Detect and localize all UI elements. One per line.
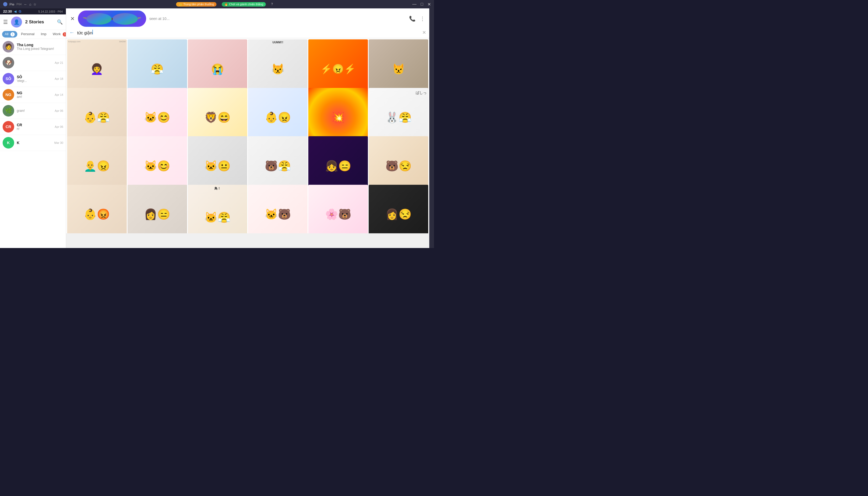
close-btn[interactable]: ✕ xyxy=(427,2,431,7)
chat-name: CR xyxy=(17,123,52,127)
chat-action-icons: 📞 ⋮ xyxy=(409,15,425,22)
tab-all[interactable]: All 1 xyxy=(2,31,17,37)
svg-rect-6 xyxy=(138,17,141,18)
app-version: P64 xyxy=(17,3,22,6)
sticker-search-overlay: ← tức giận ✕ kuliyapp.com SHOW 👩‍🦱 😤 xyxy=(66,27,429,233)
chat-date: Apr 06 xyxy=(55,109,63,112)
app-name: Pie xyxy=(10,2,14,6)
call-button[interactable]: 📞 xyxy=(409,15,416,22)
chat-name: NG xyxy=(17,91,52,95)
chat-date: Apr 21 xyxy=(55,61,63,64)
chat-meta: Apr 18 xyxy=(55,77,63,80)
reward-label: Trung tâm phần thưởng xyxy=(184,3,214,6)
minimize-btn[interactable]: — xyxy=(412,2,416,6)
chat-name: Tha Long xyxy=(17,43,61,47)
tab-personal[interactable]: Personal xyxy=(18,31,37,37)
chat-meta: Apr 21 xyxy=(55,61,63,64)
titlebar-right: — □ ✕ xyxy=(412,2,431,7)
sticker-search-bar: ← tức giận ✕ xyxy=(66,27,429,38)
titlebar: Pie P64 ← ⌂ ☆ 👑 Trung tâm phần thưởng 🔥 … xyxy=(0,0,434,9)
more-options-button[interactable]: ⋮ xyxy=(420,15,425,22)
chat-info: Tha Long Tha Long joined Telegram! xyxy=(17,43,61,51)
sticker-label: UUMM!!! xyxy=(272,41,283,44)
time-display: 22:30 xyxy=(3,10,12,13)
home-btn[interactable]: ⌂ xyxy=(29,2,31,6)
fire-icon: 🔥 xyxy=(224,3,228,6)
svg-point-1 xyxy=(113,13,138,25)
text-cursor xyxy=(92,30,93,34)
maximize-btn[interactable]: □ xyxy=(421,2,423,6)
bookmark-btn[interactable]: ☆ xyxy=(33,2,36,6)
list-item[interactable]: 🧑 Tha Long Tha Long joined Telegram! xyxy=(0,39,66,55)
chat-preview: n! xyxy=(17,127,52,131)
help-btn[interactable]: ? xyxy=(271,2,273,6)
avatar: 🧑 xyxy=(3,41,14,52)
chat-info: K xyxy=(17,141,52,145)
tab-all-label: All xyxy=(5,32,9,36)
sticker-face: 🐱😤 xyxy=(188,188,248,234)
sticker-face: 👶😡 xyxy=(67,185,127,234)
sticker-item[interactable]: 👶😡 xyxy=(67,185,127,234)
chat-header: ☰ 👤 2 Stories 🔍 xyxy=(0,14,66,30)
avatar: NG xyxy=(3,89,14,100)
sticker-show-label: SHOW xyxy=(119,41,126,43)
sticker-face: 🐱🐻 xyxy=(248,185,307,234)
list-item[interactable]: NG NG am! Apr 14 xyxy=(0,87,66,103)
sticker-watermark: kuliyapp.com xyxy=(68,41,81,43)
sticker-search-input[interactable]: tức giận xyxy=(77,30,420,35)
close-chat-button[interactable]: ✕ xyxy=(70,15,75,22)
titlebar-left: Pie P64 ← ⌂ ☆ xyxy=(3,2,36,6)
avatar: K xyxy=(3,137,14,149)
chat-meta: Apr 14 xyxy=(55,93,63,96)
chat-date: Mar 30 xyxy=(54,141,63,144)
sticker-label: 鳥！ xyxy=(215,186,221,191)
list-item[interactable]: 🌿 gram! Apr 06 xyxy=(0,103,66,119)
chat-list-title: 2 Stories xyxy=(25,19,54,25)
chat-date: Apr 14 xyxy=(55,93,63,96)
chat-search-button[interactable]: 🔍 xyxy=(57,19,63,25)
tab-all-badge: 1 xyxy=(11,32,15,36)
list-item[interactable]: K K Mar 30 xyxy=(0,135,66,151)
list-item[interactable]: 🐶 Apr 21 xyxy=(0,55,66,71)
google-icon: G xyxy=(19,10,21,13)
tab-personal-label: Personal xyxy=(21,32,34,36)
tab-imp[interactable]: Imp xyxy=(38,31,49,37)
sticker-item[interactable]: 👩😑 xyxy=(127,185,187,234)
play-button[interactable]: 🔥 Chơi và giành chiến thắng xyxy=(222,2,266,6)
sticker-face: 👩😒 xyxy=(369,185,428,234)
tab-work[interactable]: Work 1 xyxy=(50,31,66,37)
sunglasses-image xyxy=(83,12,141,26)
sticker-face: 👩😑 xyxy=(127,185,187,234)
filter-tabs: All 1 Personal Imp Work 1 Ch xyxy=(0,30,66,39)
status-icons: 5.14.22.1003 · P64 xyxy=(38,10,63,13)
avatar: 🌿 xyxy=(3,105,14,117)
avatar-content: 👤 xyxy=(14,19,19,25)
chat-date: Apr 18 xyxy=(55,77,63,80)
app-icon xyxy=(3,2,7,6)
sticker-search-clear[interactable]: ✕ xyxy=(422,30,426,35)
sticker-item[interactable]: 鳥！ 🐱😤 xyxy=(188,185,248,234)
sticker-item[interactable]: 👩😒 xyxy=(369,185,428,234)
seen-status: seen at 10... xyxy=(149,17,406,21)
chat-info: NG am! xyxy=(17,91,52,99)
stories-avatar[interactable]: 👤 xyxy=(11,17,22,28)
chat-meta: Apr 06 xyxy=(55,125,63,128)
chat-meta: Apr 06 xyxy=(55,109,63,112)
chat-info: CR n! xyxy=(17,123,52,131)
titlebar-center: 👑 Trung tâm phần thưởng 🔥 Chơi và giành … xyxy=(176,2,273,6)
search-text: tức giận xyxy=(77,31,92,35)
sticker-item[interactable]: 🐱🐻 xyxy=(248,185,307,234)
main-content: 22:30 ◀ G 5.14.22.1003 · P64 ☰ 👤 2 Stori… xyxy=(0,9,434,248)
sticker-item[interactable]: 🌸🐻 xyxy=(308,185,368,234)
list-item[interactable]: SÔ SÔ 'elegr... Apr 18 xyxy=(0,71,66,87)
chat-window: ✕ xyxy=(66,9,429,248)
back-btn[interactable]: ← xyxy=(23,2,27,6)
reward-button[interactable]: 👑 Trung tâm phần thưởng xyxy=(176,2,217,6)
chat-list: 22:30 ◀ G 5.14.22.1003 · P64 ☰ 👤 2 Stori… xyxy=(0,9,66,248)
hamburger-menu[interactable]: ☰ xyxy=(3,19,8,25)
chat-date: Apr 06 xyxy=(55,125,63,128)
sticker-label: ばしっ xyxy=(416,91,427,95)
list-item[interactable]: CR CR n! Apr 06 xyxy=(0,119,66,135)
avatar: 🐶 xyxy=(3,57,14,68)
sticker-back-button[interactable]: ← xyxy=(69,29,75,35)
